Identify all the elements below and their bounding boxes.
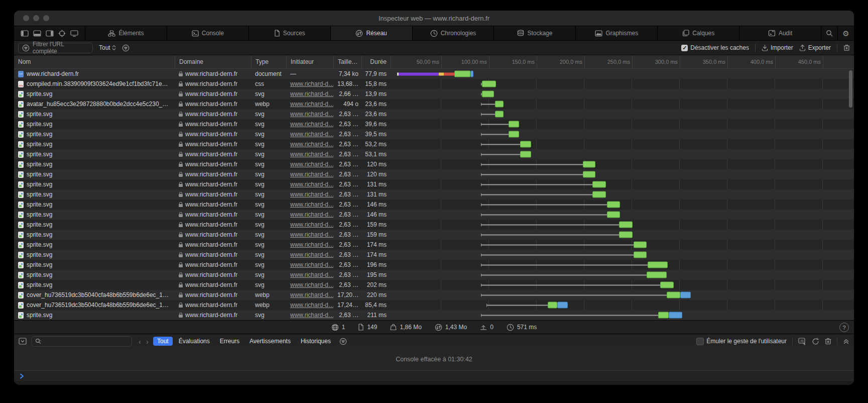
- refresh-icon[interactable]: [812, 338, 819, 345]
- js-context-icon[interactable]: JS: [798, 338, 806, 345]
- tab-storage[interactable]: Stockage: [494, 26, 576, 40]
- console-filter-tout[interactable]: Tout: [153, 337, 173, 346]
- initiator-link[interactable]: www.richard-d…: [290, 251, 333, 258]
- initiator-link[interactable]: www.richard-d…: [290, 211, 333, 218]
- table-row[interactable]: sprite.svg www.richard-dern.fr svg www.r…: [14, 169, 854, 179]
- element-picker-icon[interactable]: [58, 30, 66, 37]
- table-row[interactable]: sprite.svg www.richard-dern.fr svg www.r…: [14, 119, 854, 129]
- table-row[interactable]: sprite.svg www.richard-dern.fr svg www.r…: [14, 149, 854, 159]
- tab-layers[interactable]: Calques: [658, 26, 739, 40]
- table-row[interactable]: sprite.svg www.richard-dern.fr svg www.r…: [14, 270, 854, 280]
- initiator-link[interactable]: www.richard-d…: [290, 261, 333, 268]
- table-row[interactable]: sprite.svg www.richard-dern.fr svg www.r…: [14, 139, 854, 149]
- dock-bottom-icon[interactable]: [33, 30, 41, 37]
- initiator-link[interactable]: www.richard-d…: [290, 221, 333, 228]
- initiator-link[interactable]: www.richard-d…: [290, 121, 333, 128]
- tab-elements[interactable]: Éléments: [85, 26, 167, 40]
- initiator-link[interactable]: www.richard-d…: [290, 151, 333, 158]
- initiator-link[interactable]: www.richard-d…: [290, 271, 333, 278]
- table-row[interactable]: sprite.svg www.richard-dern.fr svg www.r…: [14, 199, 854, 210]
- disable-caches-toggle[interactable]: ✓ Désactiver les caches: [681, 44, 749, 51]
- console-filter-évaluations[interactable]: Évaluations: [175, 337, 214, 346]
- initiator-link[interactable]: www.richard-d…: [290, 201, 333, 208]
- import-button[interactable]: Importer: [762, 44, 793, 51]
- table-row[interactable]: sprite.svg www.richard-dern.fr svg www.r…: [14, 240, 854, 250]
- initiator-link[interactable]: www.richard-d…: [290, 171, 333, 178]
- tab-graphics[interactable]: Graphismes: [576, 26, 658, 40]
- column-header-duration[interactable]: Durée: [361, 55, 391, 68]
- table-row[interactable]: cover_hu736519dc3b5040cfa48b6b559b6de6ec…: [14, 300, 854, 310]
- dock-right-icon[interactable]: [46, 30, 54, 37]
- console-filter-historiques[interactable]: Historiques: [297, 337, 335, 346]
- initiator-link[interactable]: www.richard-d…: [290, 80, 333, 87]
- column-header-domain[interactable]: Domaine: [175, 55, 251, 68]
- console-search-input[interactable]: [31, 336, 132, 347]
- console-filter-avertissements[interactable]: Avertissements: [245, 337, 295, 346]
- emulate-user-gesture-toggle[interactable]: Émuler le geste de l'utilisateur: [696, 338, 787, 345]
- previous-result-button[interactable]: ‹: [139, 337, 141, 346]
- initiator-link[interactable]: www.richard-d…: [290, 90, 333, 97]
- initiator-link[interactable]: www.richard-d…: [290, 131, 333, 138]
- window-controls[interactable]: [23, 15, 49, 21]
- table-row[interactable]: sprite.svg www.richard-dern.fr svg www.r…: [14, 89, 854, 99]
- initiator-link[interactable]: www.richard-d…: [290, 231, 333, 238]
- table-row[interactable]: avatar_hu85ecc3e298728880b0bde2dcc4e5c23…: [14, 99, 854, 109]
- table-row[interactable]: sprite.svg www.richard-dern.fr svg www.r…: [14, 210, 854, 220]
- tab-network[interactable]: Réseau: [331, 26, 413, 40]
- console-filter-erreurs[interactable]: Erreurs: [216, 337, 243, 346]
- device-settings-icon[interactable]: [70, 30, 78, 37]
- initiator-link[interactable]: www.richard-d…: [290, 301, 333, 309]
- clear-network-items-icon[interactable]: [843, 44, 850, 51]
- next-result-button[interactable]: ›: [146, 337, 149, 346]
- settings-tab-button[interactable]: ⚙: [838, 26, 854, 40]
- resource-scope-dropdown[interactable]: Tout: [99, 44, 116, 51]
- tab-audit[interactable]: Audit: [739, 26, 821, 40]
- minimize-window-button[interactable]: [33, 15, 39, 21]
- table-row[interactable]: sprite.svg www.richard-dern.fr svg www.r…: [14, 250, 854, 260]
- type-filter-icon[interactable]: [122, 44, 130, 52]
- table-row[interactable]: compiled.min.38390909f303624ed9e1cf1bd3f…: [14, 79, 854, 89]
- column-header-initiator[interactable]: Initiateur: [286, 55, 333, 68]
- vertical-scrollbar[interactable]: [849, 70, 852, 108]
- table-row[interactable]: sprite.svg www.richard-dern.fr svg www.r…: [14, 179, 854, 189]
- search-tab-button[interactable]: [821, 26, 838, 40]
- console-prompt[interactable]: [14, 371, 854, 381]
- table-row[interactable]: sprite.svg www.richard-dern.fr svg www.r…: [14, 230, 854, 240]
- table-row[interactable]: sprite.svg www.richard-dern.fr svg www.r…: [14, 129, 854, 139]
- disable-caches-checkbox[interactable]: ✓: [681, 45, 688, 51]
- initiator-link[interactable]: www.richard-d…: [290, 312, 333, 319]
- table-row[interactable]: sprite.svg www.richard-dern.fr svg www.r…: [14, 310, 854, 320]
- tab-console[interactable]: Console: [167, 26, 249, 40]
- column-header-type[interactable]: Type: [251, 55, 286, 68]
- zoom-window-button[interactable]: [43, 15, 49, 21]
- table-row[interactable]: sprite.svg www.richard-dern.fr svg www.r…: [14, 109, 854, 119]
- console-scope-icon[interactable]: [19, 338, 27, 345]
- initiator-link[interactable]: www.richard-d…: [290, 241, 333, 248]
- table-row[interactable]: sprite.svg www.richard-dern.fr svg www.r…: [14, 280, 854, 290]
- initiator-link[interactable]: www.richard-d…: [290, 181, 333, 188]
- initiator-link[interactable]: www.richard-d…: [290, 141, 333, 148]
- table-row[interactable]: sprite.svg www.richard-dern.fr svg www.r…: [14, 220, 854, 230]
- table-row[interactable]: sprite.svg www.richard-dern.fr svg www.r…: [14, 260, 854, 270]
- initiator-link[interactable]: www.richard-d…: [290, 191, 333, 198]
- emulate-user-gesture-checkbox[interactable]: [696, 338, 704, 345]
- tab-timelines[interactable]: Chronologies: [413, 26, 494, 40]
- table-row[interactable]: cover_hu736519dc3b5040cfa48b6b559b6de6ec…: [14, 290, 854, 300]
- tab-sources[interactable]: Sources: [249, 26, 331, 40]
- clear-console-icon[interactable]: [825, 338, 831, 345]
- initiator-link[interactable]: www.richard-d…: [290, 291, 333, 298]
- initiator-link[interactable]: www.richard-d…: [290, 281, 333, 288]
- initiator-link[interactable]: www.richard-d…: [290, 100, 333, 108]
- column-header-name[interactable]: Nom: [14, 55, 175, 68]
- column-header-size[interactable]: Taille…: [333, 55, 361, 68]
- initiator-link[interactable]: www.richard-d…: [290, 161, 333, 168]
- close-window-button[interactable]: [23, 15, 29, 21]
- initiator-link[interactable]: www.richard-d…: [290, 111, 333, 118]
- help-button[interactable]: ?: [839, 323, 849, 332]
- export-button[interactable]: Exporter: [799, 44, 831, 51]
- dock-left-icon[interactable]: [21, 30, 29, 37]
- console-filter-icon[interactable]: [339, 338, 347, 345]
- table-row[interactable]: www.richard-dern.fr www.richard-dern.fr …: [14, 69, 854, 79]
- collapse-console-icon[interactable]: [843, 338, 849, 345]
- table-row[interactable]: sprite.svg www.richard-dern.fr svg www.r…: [14, 189, 854, 199]
